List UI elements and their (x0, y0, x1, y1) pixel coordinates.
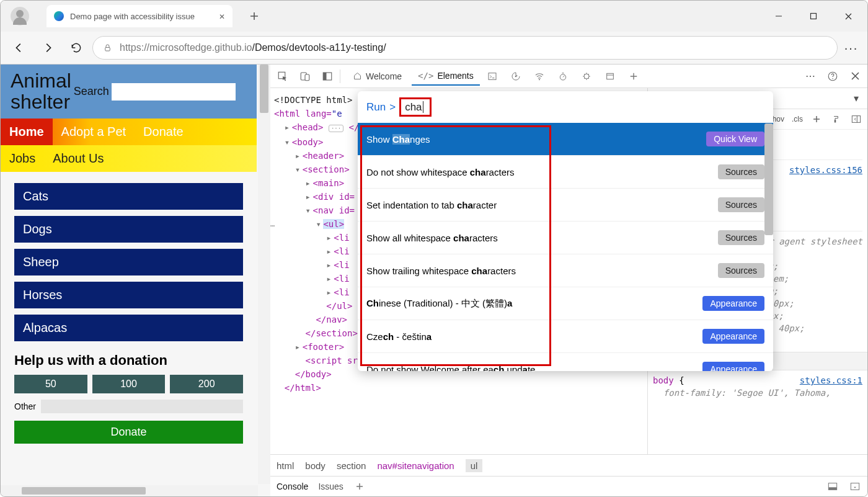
home-icon (353, 71, 362, 81)
sidebar-item-sheep[interactable]: Sheep (14, 249, 243, 275)
performance-tab-icon[interactable] (557, 70, 569, 83)
svg-point-8 (515, 75, 516, 77)
add-panel-icon[interactable] (627, 70, 640, 83)
search-label: Search (74, 85, 109, 98)
svg-point-9 (539, 79, 540, 80)
donation-50-button[interactable]: 50 (14, 375, 87, 393)
address-bar: https://microsoftedge.github.io/Demos/de… (1, 32, 867, 64)
command-item[interactable]: Show trailing whitespace charactersSourc… (358, 254, 773, 287)
command-input[interactable]: cha (405, 101, 422, 113)
stylesheet-link-2[interactable]: styles.css:1 (800, 374, 862, 387)
nav-about[interactable]: About Us (44, 145, 112, 172)
device-toggle-icon[interactable] (299, 70, 311, 83)
donation-other-input[interactable] (41, 400, 243, 413)
lock-icon (103, 43, 112, 53)
command-badge: Quick View (706, 132, 764, 146)
sidebar-item-alpacas[interactable]: Alpacas (14, 315, 243, 341)
sources-tab-icon[interactable] (510, 70, 522, 83)
paint-icon[interactable] (830, 113, 843, 125)
sidebar-toggle-icon[interactable] (850, 113, 862, 125)
search-input[interactable] (112, 83, 236, 101)
svg-rect-18 (828, 487, 836, 490)
code-icon: </> (418, 71, 433, 81)
command-badge: Sources (718, 263, 764, 278)
drawer-dock-icon[interactable] (826, 480, 839, 493)
command-item[interactable]: Chinese (Traditional) - 中文 (繁體)aAppearan… (358, 287, 773, 320)
drawer-expand-icon[interactable] (849, 480, 861, 493)
drawer-add-icon[interactable] (353, 480, 366, 493)
network-tab-icon[interactable] (533, 70, 546, 83)
close-window-button[interactable] (834, 6, 862, 27)
svg-rect-6 (323, 73, 326, 80)
command-menu[interactable]: Run > cha Show ChangesQuick ViewDo not s… (358, 91, 773, 371)
svg-rect-1 (105, 47, 110, 51)
memory-tab-icon[interactable] (580, 70, 593, 83)
drawer-issues-tab[interactable]: Issues (318, 481, 343, 491)
page-vertical-scrollbar[interactable] (258, 65, 270, 484)
command-badge: Sources (718, 230, 764, 245)
svg-rect-4 (305, 74, 309, 81)
styles-more-icon[interactable]: ▾ (850, 92, 862, 105)
page-horizontal-scrollbar[interactable] (1, 485, 258, 496)
close-tab-icon[interactable] (219, 11, 225, 21)
drawer-console-tab[interactable]: Console (277, 481, 308, 491)
sidebar-item-horses[interactable]: Horses (14, 282, 243, 308)
tab-title: Demo page with accessibility issue (70, 12, 213, 21)
maximize-button[interactable] (799, 6, 828, 27)
svg-rect-12 (606, 73, 613, 79)
nav-donate[interactable]: Donate (135, 119, 192, 145)
command-item[interactable]: Do not show whitespace charactersSources (358, 155, 773, 188)
devtools-panel: Welcome </>Elements (270, 65, 867, 496)
command-item[interactable]: Show ChangesQuick View (358, 123, 773, 155)
dom-breadcrumb[interactable]: html body section nav#sitenavigation ul (270, 454, 867, 477)
profile-avatar[interactable] (11, 7, 29, 25)
command-badge: Sources (718, 164, 764, 179)
application-tab-icon[interactable] (604, 70, 616, 83)
svg-rect-19 (851, 483, 859, 490)
site-title-line2: shelter (11, 92, 71, 113)
browser-tab[interactable]: Demo page with accessibility issue (46, 5, 232, 27)
command-run-label: Run (366, 101, 386, 114)
command-item[interactable]: Show all whitespace charactersSources (358, 221, 773, 254)
donate-button[interactable]: Donate (14, 421, 243, 444)
stylesheet-link-1[interactable]: styles.css:156 (789, 164, 862, 176)
tab-welcome[interactable]: Welcome (347, 68, 408, 85)
refresh-button[interactable] (64, 35, 89, 60)
devtools-overflow-button[interactable] (804, 70, 817, 83)
close-devtools-icon[interactable] (849, 70, 861, 83)
browser-menu-button[interactable]: ··· (841, 41, 861, 55)
site-title-line1: Animal (11, 71, 71, 92)
sidebar-item-cats[interactable]: Cats (14, 183, 243, 210)
donation-other-label: Other (14, 401, 36, 411)
url-field[interactable]: https://microsoftedge.github.io/Demos/de… (92, 36, 838, 60)
forward-button[interactable] (35, 35, 60, 60)
command-item[interactable]: Do not show Welcome after each updateApp… (358, 352, 773, 371)
nav-adopt[interactable]: Adopt a Pet (53, 119, 135, 145)
help-icon[interactable] (826, 70, 839, 83)
back-button[interactable] (7, 35, 32, 60)
console-tab-icon[interactable] (486, 70, 498, 83)
new-tab-button[interactable] (244, 6, 265, 27)
command-menu-scrollbar[interactable] (764, 123, 773, 235)
svg-rect-15 (834, 120, 836, 122)
donation-100-button[interactable]: 100 (92, 375, 166, 393)
svg-rect-7 (489, 73, 496, 79)
dock-icon[interactable] (321, 70, 334, 83)
svg-rect-0 (811, 14, 817, 19)
new-style-rule-icon[interactable] (810, 113, 823, 125)
command-item[interactable]: Set indentation to tab characterSources (358, 188, 773, 221)
command-badge: Appearance (702, 329, 764, 344)
command-item[interactable]: Czech - češtinaAppearance (358, 320, 773, 352)
nav-jobs[interactable]: Jobs (1, 145, 44, 172)
inspect-icon[interactable] (277, 70, 289, 83)
command-badge: Appearance (702, 362, 764, 371)
cls-toggle[interactable]: .cls (792, 115, 803, 123)
edge-favicon (54, 11, 64, 21)
nav-home[interactable]: Home (1, 119, 53, 145)
donation-200-button[interactable]: 200 (170, 375, 243, 393)
sidebar-item-dogs[interactable]: Dogs (14, 216, 243, 243)
tab-elements[interactable]: </>Elements (412, 67, 480, 86)
minimize-button[interactable] (764, 6, 793, 27)
donation-heading: Help us with a donation (1, 341, 257, 371)
title-bar: Demo page with accessibility issue (1, 1, 867, 32)
